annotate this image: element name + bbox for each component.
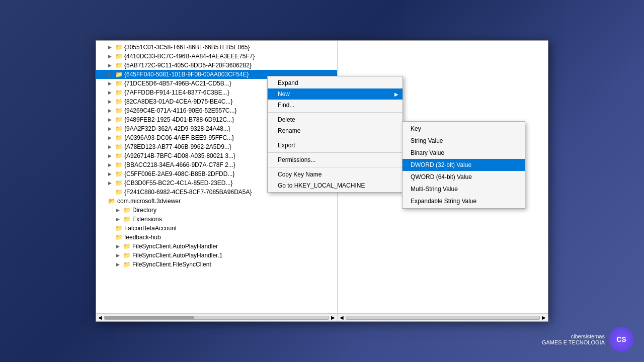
- watermark-logo: CS: [609, 327, 634, 352]
- submenu-arrow-icon: ▶: [394, 92, 398, 97]
- registry-window: ▶📁 {30551C01-3C58-T66T-86BT-66B5TEB5E065…: [96, 40, 548, 322]
- submenu-item-dword_value[interactable]: DWORD (32-bit) Value: [403, 159, 525, 171]
- arrow-icon: ▶: [108, 72, 114, 77]
- watermark: cibersistemas GAMES E TECNOLOGIA CS: [542, 327, 634, 352]
- context-menu-item-find[interactable]: Find...: [268, 100, 403, 111]
- submenu-item-label: Binary Value: [411, 149, 444, 156]
- tree-item-label: {F241C880-6982-4CE5-8CF7-7085BA96DA5A}: [124, 189, 252, 196]
- arrow-icon: ▶: [108, 108, 114, 113]
- arrow-icon: ▶: [108, 180, 114, 186]
- arrow-icon: ▶: [108, 162, 114, 167]
- watermark-subtitle: GAMES E TECNOLOGIA: [542, 339, 605, 345]
- context-menu: ExpandNew▶Find...DeleteRenameExportPermi…: [267, 76, 403, 193]
- tree-item[interactable]: 📁 FalconBetaAccount: [96, 224, 337, 233]
- tree-item[interactable]: ▶📁 FileSyncClient.FileSyncClient: [96, 260, 337, 269]
- submenu-item-label: Multi-String Value: [411, 186, 458, 193]
- scroll-right-panel-right[interactable]: ▶: [542, 315, 546, 320]
- tree-item-label: {71DCE5D6-4B57-496B-AC21-CD5B...}: [124, 80, 231, 87]
- submenu: KeyString ValueBinary ValueDWORD (32-bit…: [402, 121, 525, 209]
- tree-item-label: {30551C01-3C58-T66T-86BT-66B5TEB5E065}: [124, 44, 250, 51]
- folder-icon: 📁: [115, 80, 123, 87]
- tree-item[interactable]: ▶📁 {30551C01-3C58-T66T-86BT-66B5TEB5E065…: [96, 43, 337, 52]
- folder-icon: 📁: [115, 116, 123, 123]
- tree-item[interactable]: ▶📁 Extensions: [96, 215, 337, 224]
- tree-item[interactable]: ▶📁 {4410DC33-BC7C-496B-AA84-4AEA3EEE75F7…: [96, 52, 337, 61]
- arrow-icon: ▶: [116, 208, 122, 213]
- folder-icon: 📁: [115, 225, 123, 232]
- context-menu-item-permissions[interactable]: Permissions...: [268, 154, 403, 165]
- arrow-icon: ▶: [108, 81, 114, 86]
- folder-icon: 📁: [115, 44, 123, 51]
- submenu-item-label: DWORD (32-bit) Value: [411, 161, 471, 168]
- scroll-right-panel-left[interactable]: ◀: [340, 315, 344, 320]
- scroll-right-btn[interactable]: ▶: [331, 315, 335, 320]
- submenu-item-binary_value[interactable]: Binary Value: [403, 147, 525, 159]
- context-menu-item-new[interactable]: New▶: [268, 88, 403, 100]
- context-menu-item-expand[interactable]: Expand: [268, 77, 403, 88]
- submenu-item-label: QWORD (64-bit) Value: [411, 173, 472, 180]
- menu-item-label: Export: [278, 142, 295, 149]
- tree-item-label: Extensions: [132, 216, 162, 223]
- folder-open-icon: 📂: [108, 198, 116, 205]
- arrow-icon: ▶: [116, 244, 122, 249]
- folder-icon: 📁: [115, 234, 123, 241]
- arrow-icon: ▶: [108, 126, 114, 131]
- arrow-icon: ▶: [108, 153, 114, 158]
- tree-item-label: {4410DC33-BC7C-496B-AA84-4AEA3EEE75F7}: [124, 53, 255, 60]
- tree-item-label: {82CA8DE3-01AD-4CEA-9D75-BE4C...}: [124, 98, 232, 105]
- folder-icon: 📁: [115, 98, 123, 105]
- tree-item-label: {645FF040-5081-101B-9F08-00AA003CF54E}: [124, 71, 249, 78]
- menu-separator: [268, 167, 403, 167]
- menu-item-label: Find...: [278, 102, 294, 109]
- folder-icon: 📁: [115, 125, 123, 132]
- submenu-item-label: String Value: [411, 137, 443, 144]
- context-menu-item-rename[interactable]: Rename: [268, 125, 403, 136]
- tree-item[interactable]: ▶📁 {5AB7172C-9C11-405C-8DD5-AF20F3606282…: [96, 61, 337, 70]
- arrow-icon: ▶: [108, 90, 114, 95]
- tree-item[interactable]: ▶📁 FileSyncClient.AutoPlayHandler.1: [96, 251, 337, 260]
- scrollbar-area[interactable]: ◀ ▶ ◀ ▶: [96, 313, 548, 321]
- folder-icon: 📁: [115, 134, 123, 141]
- context-menu-item-goto_hklm[interactable]: Go to HKEY_LOCAL_MACHINE: [268, 180, 403, 191]
- tree-item-label: {A926714B-7BFC-4D08-A035-80021 3...}: [124, 152, 235, 159]
- menu-separator: [268, 112, 403, 113]
- submenu-item-label: Key: [411, 125, 421, 132]
- tree-item-label: FileSyncClient.AutoPlayHandler: [132, 243, 218, 250]
- folder-icon: 📁: [123, 252, 131, 259]
- tree-item[interactable]: ▶📁 Directory: [96, 206, 337, 215]
- context-menu-item-copy_key[interactable]: Copy Key Name: [268, 169, 403, 180]
- watermark-brand: cibersistemas: [542, 333, 605, 339]
- submenu-item-string_value[interactable]: String Value: [403, 135, 525, 147]
- arrow-icon: ▶: [108, 45, 114, 50]
- context-menu-item-delete[interactable]: Delete: [268, 114, 403, 125]
- folder-icon: 📁: [123, 243, 131, 250]
- tree-item-label: {A78ED123-AB77-406B-9962-2A5D9...}: [124, 143, 231, 150]
- menu-item-label: Go to HKEY_LOCAL_MACHINE: [278, 182, 365, 189]
- menu-item-label: Expand: [278, 79, 298, 86]
- folder-icon: 📁: [123, 261, 131, 268]
- tree-item-label: Directory: [132, 207, 156, 214]
- submenu-item-expandable_string[interactable]: Expandable String Value: [403, 195, 525, 207]
- tree-item[interactable]: 📁 feedback-hub: [96, 233, 337, 242]
- menu-separator: [268, 138, 403, 138]
- submenu-item-qword_value[interactable]: QWORD (64-bit) Value: [403, 171, 525, 183]
- folder-icon: 📁: [115, 170, 123, 177]
- tree-item-label: {9AA2F32D-362A-42D9-9328-24A48...}: [124, 125, 230, 132]
- submenu-item-key[interactable]: Key: [403, 123, 525, 135]
- submenu-item-multi_string[interactable]: Multi-String Value: [403, 183, 525, 195]
- tree-item[interactable]: 📂 com.microsoft.3dviewer: [96, 197, 337, 206]
- tree-item-label: {9489FEB2-1925-4D01-B788-6D912C...}: [124, 116, 234, 123]
- tree-item[interactable]: ▶📁 FileSyncClient.AutoPlayHandler: [96, 242, 337, 251]
- tree-item-label: {A0396A93-DC06-4AEF-BEE9-95FFC...}: [124, 134, 234, 141]
- arrow-icon: ▶: [116, 253, 122, 258]
- folder-icon: 📁: [115, 89, 123, 96]
- tree-item-label: FileSyncClient.FileSyncClient: [132, 261, 211, 268]
- folder-icon: 📁: [115, 152, 123, 159]
- folder-icon: 📁: [115, 107, 123, 114]
- context-menu-item-export[interactable]: Export: [268, 140, 403, 151]
- folder-icon: 📁: [115, 71, 123, 78]
- folder-icon: 📁: [115, 189, 123, 196]
- tree-item-label: feedback-hub: [124, 234, 161, 241]
- tree-item-label: FalconBetaAccount: [124, 225, 177, 232]
- scroll-left-btn[interactable]: ◀: [98, 315, 102, 320]
